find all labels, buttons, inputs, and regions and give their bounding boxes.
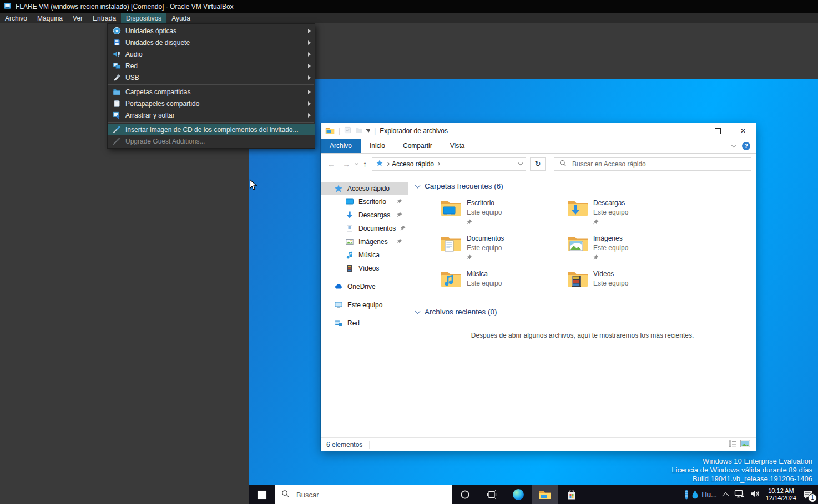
mouse-cursor <box>249 179 257 191</box>
taskbar-clock[interactable]: 10:12 AM 12/14/2024 <box>766 487 796 502</box>
sidebar-item-escritorio[interactable]: Escritorio <box>321 195 408 208</box>
sidebar-item-imagenes[interactable]: Imágenes <box>321 235 408 248</box>
start-button[interactable] <box>249 485 275 504</box>
thumbnail-view-icon[interactable] <box>740 440 750 449</box>
menu-item-insertar-guest-additions-cd[interactable]: Insertar imagen de CD de los complemento… <box>108 124 315 135</box>
show-hidden-icons-chevron[interactable] <box>722 492 729 500</box>
tab-compartir[interactable]: Compartir <box>394 139 441 153</box>
sidebar-item-musica[interactable]: Música <box>321 248 408 262</box>
system-tray: Hu... 10:12 AM 12/14/2024 1 <box>684 485 818 504</box>
microsoft-store-icon[interactable] <box>558 485 585 504</box>
back-button[interactable]: ← <box>325 160 337 168</box>
music-icon <box>345 251 354 259</box>
taskbar-search-input[interactable] <box>295 490 446 500</box>
shared-folders-icon <box>112 88 121 96</box>
file-explorer-window: | | Explorador de archivos ✕ Archivo <box>321 123 756 451</box>
ribbon-collapse-icon[interactable] <box>731 142 736 147</box>
folder-tile-descargas[interactable]: Descargas Este equipo <box>567 199 693 228</box>
menu-item-carpetas-compartidas[interactable]: Carpetas compartidas <box>108 86 315 98</box>
menu-item-upgrade-guest-additions[interactable]: Upgrade Guest Additions... <box>108 135 315 147</box>
close-button[interactable]: ✕ <box>730 123 756 139</box>
folder-tile-documentos[interactable]: Documentos Este equipo <box>440 235 567 263</box>
folder-tile-musica[interactable]: Música Este equipo <box>440 270 567 299</box>
qat-customize-dropdown-icon[interactable] <box>366 129 370 133</box>
search-icon <box>281 490 290 500</box>
sidebar-item-onedrive[interactable]: OneDrive <box>321 280 408 293</box>
menubar-item-dispositivos[interactable]: Dispositivos <box>121 13 166 23</box>
properties-icon[interactable] <box>344 126 351 135</box>
task-view-button[interactable] <box>478 485 505 504</box>
menu-item-label: USB <box>125 74 139 82</box>
refresh-button[interactable]: ↻ <box>530 157 546 171</box>
address-dropdown-icon[interactable] <box>518 161 523 165</box>
sidebar-item-red[interactable]: Red <box>321 317 408 330</box>
menu-item-audio[interactable]: Audio <box>108 48 315 60</box>
forward-button[interactable]: → <box>340 160 352 168</box>
usb-icon <box>112 73 121 82</box>
search-input[interactable] <box>571 160 746 169</box>
desktop[interactable]: | | Explorador de archivos ✕ Archivo <box>249 79 818 504</box>
maximize-button[interactable] <box>705 123 730 139</box>
menubar-item-maquina[interactable]: Máquina <box>32 13 68 23</box>
folder-tile-escritorio[interactable]: Escritorio Este equipo <box>440 199 567 228</box>
new-folder-icon[interactable] <box>355 127 362 135</box>
explorer-body: Acceso rápido Escritorio Descargas <box>321 174 756 437</box>
menubar-item-entrada[interactable]: Entrada <box>88 13 121 23</box>
tab-inicio[interactable]: Inicio <box>361 139 394 153</box>
watermark-line: Build 19041.vb_release.191206-1406 <box>671 475 812 483</box>
pin-icon <box>397 238 402 246</box>
group-header-recent-files: Archivos recientes (0) <box>416 308 749 316</box>
recent-locations-dropdown-icon[interactable] <box>355 161 358 165</box>
water-drop-icon <box>691 490 699 500</box>
details-view-icon[interactable] <box>729 440 736 449</box>
up-button[interactable]: ↑ <box>361 160 369 168</box>
menu-item-portapapeles[interactable]: Portapapeles compartido <box>108 98 315 109</box>
menu-item-arrastrar-soltar[interactable]: Arrastrar y soltar <box>108 109 315 121</box>
tab-vista[interactable]: Vista <box>441 139 473 153</box>
desktop-icon <box>345 197 354 206</box>
menubar-item-ver[interactable]: Ver <box>68 13 88 23</box>
menu-item-red[interactable]: Red <box>108 60 315 72</box>
sidebar-item-videos[interactable]: Vídeos <box>321 262 408 275</box>
widget-label: Hu... <box>701 491 716 499</box>
menu-item-unidades-disquete[interactable]: Unidades de disquete <box>108 37 315 48</box>
vbox-titlebar: FLARE VM (windows recien instalado) [Cor… <box>0 0 818 13</box>
help-button[interactable]: ? <box>742 142 750 150</box>
sidebar-item-acceso-rapido[interactable]: Acceso rápido <box>321 182 408 195</box>
watermark-line: Windows 10 Enterprise Evaluation <box>671 457 812 466</box>
folder-tile-imagenes[interactable]: Imágenes Este equipo <box>567 235 693 263</box>
breadcrumb-chevron-icon[interactable] <box>386 162 390 166</box>
humidity-widget[interactable]: Hu... <box>684 490 716 500</box>
sidebar-item-este-equipo[interactable]: Este equipo <box>321 298 408 312</box>
cortana-button[interactable] <box>452 485 478 504</box>
menu-item-usb[interactable]: USB <box>108 72 315 83</box>
menubar-item-archivo[interactable]: Archivo <box>0 13 32 23</box>
network-tray-icon[interactable] <box>734 490 744 500</box>
tab-archivo[interactable]: Archivo <box>321 139 361 153</box>
file-explorer-taskbar-icon[interactable] <box>532 485 558 504</box>
menu-separator <box>108 122 314 123</box>
guest-additions-cd-icon <box>112 125 121 134</box>
minimize-button[interactable] <box>679 123 705 139</box>
sidebar-item-documentos[interactable]: Documentos <box>321 222 408 235</box>
folder-tile-videos[interactable]: Vídeos Este equipo <box>567 270 693 299</box>
explorer-window-title: Explorador de archivos <box>380 127 448 135</box>
edge-browser-icon[interactable] <box>505 485 532 504</box>
collapse-group-icon[interactable] <box>415 308 421 314</box>
sidebar-item-label: Imágenes <box>358 238 388 246</box>
menubar-item-ayuda[interactable]: Ayuda <box>166 13 195 23</box>
group-label: Archivos recientes (0) <box>425 308 497 316</box>
menu-item-unidades-opticas[interactable]: Unidades ópticas <box>108 25 315 37</box>
action-center-button[interactable]: 1 <box>802 490 813 500</box>
address-bar[interactable]: Acceso rápido <box>372 157 526 171</box>
sidebar-item-descargas[interactable]: Descargas <box>321 208 408 222</box>
pin-icon <box>467 218 502 226</box>
collapse-group-icon[interactable] <box>415 182 421 188</box>
volume-icon[interactable] <box>750 490 760 500</box>
breadcrumb-location[interactable]: Acceso rápido <box>392 160 434 168</box>
virtualbox-app-icon <box>3 2 12 12</box>
breadcrumb-chevron-icon[interactable] <box>436 162 440 166</box>
thermometer-icon <box>684 490 689 500</box>
submenu-arrow-icon <box>308 64 311 68</box>
menu-item-label: Audio <box>125 50 143 58</box>
